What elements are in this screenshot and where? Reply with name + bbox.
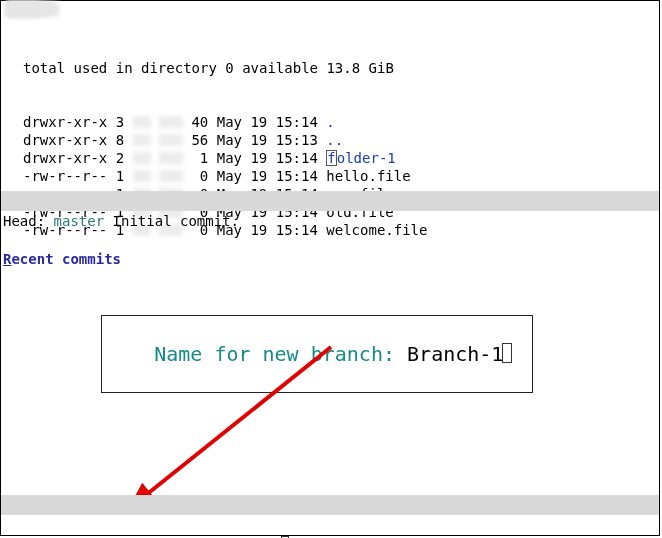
magit-buffer[interactable]: Head: master Initial commit. Recent comm… bbox=[1, 211, 659, 269]
file-name[interactable]: hello.file bbox=[326, 168, 410, 184]
callout-prompt-label: Name for new branch: bbox=[154, 342, 407, 366]
mode-line-dired: U:%%- magit-project All (5,39) (Dired by… bbox=[1, 191, 659, 211]
emacs-frame: total used in directory 0 available 13.8… bbox=[0, 0, 660, 536]
magit-head-line: Head: master Initial commit. bbox=[1, 211, 659, 231]
callout-prompt-zoom: Name for new branch: Branch-1 bbox=[101, 315, 533, 393]
folder-link[interactable]: folder-1 bbox=[326, 150, 395, 166]
branch-name: master bbox=[54, 213, 105, 229]
dired-row[interactable]: drwxr-xr-x 8 56 May 19 15:13 .. bbox=[5, 131, 659, 149]
dir-link[interactable]: .. bbox=[326, 132, 343, 148]
minibuffer[interactable]: Name for new branch: Branch-1 bbox=[1, 515, 659, 535]
mode-line-magit: U:%%- magit: agit-project Top (3,0) (Mag… bbox=[1, 495, 659, 515]
point-cursor: f bbox=[326, 150, 336, 166]
dired-row[interactable]: drwxr-xr-x 3 40 May 19 15:14 . bbox=[5, 113, 659, 131]
dired-row[interactable]: -rw-r--r-- 1 0 May 19 15:14 hello.file bbox=[5, 167, 659, 185]
dired-summary: total used in directory 0 available 13.8… bbox=[5, 59, 659, 77]
titlebar bbox=[1, 1, 659, 19]
dired-buffer[interactable]: total used in directory 0 available 13.8… bbox=[1, 19, 659, 169]
callout-prompt-value: Branch-1 bbox=[407, 342, 503, 366]
dired-row[interactable]: drwxr-xr-x 2 1 May 19 15:14 folder-1 bbox=[5, 149, 659, 167]
recent-commits-heading: Recent commits bbox=[1, 249, 659, 269]
cursor-icon bbox=[502, 343, 512, 363]
dir-link[interactable]: . bbox=[326, 114, 334, 130]
